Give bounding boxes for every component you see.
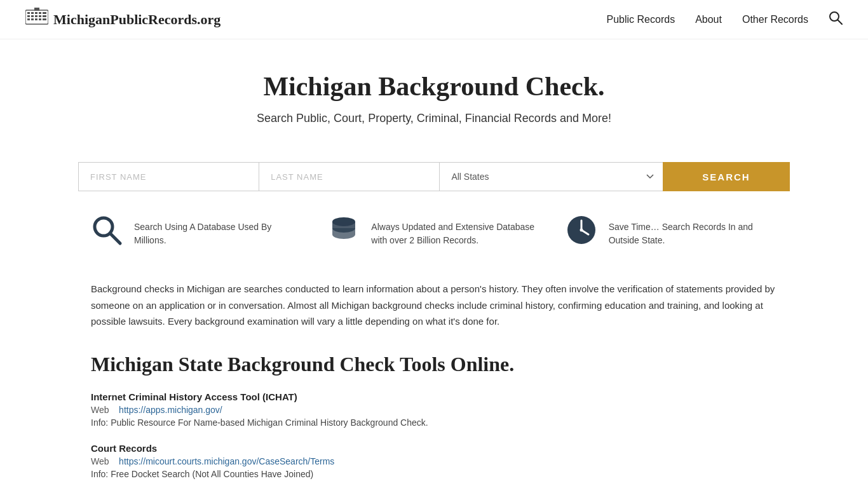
search-bar: All StatesAlabamaAlaskaArizonaArkansasCa…	[78, 162, 790, 191]
svg-rect-16	[34, 8, 39, 11]
svg-rect-6	[27, 15, 30, 17]
svg-point-25	[580, 229, 583, 232]
tool-court-link[interactable]: https://micourt.courts.michigan.gov/Case…	[119, 456, 334, 466]
tool-court-name: Court Records	[91, 443, 777, 454]
first-name-input[interactable]	[78, 162, 259, 191]
logo-text: MichiganPublicRecords.org	[53, 11, 220, 28]
svg-rect-3	[35, 12, 37, 14]
tool-court-records: Court Records Web https://micourt.courts…	[91, 443, 777, 479]
svg-rect-1	[27, 12, 30, 14]
logo-icon	[25, 8, 48, 31]
svg-line-20	[110, 233, 120, 243]
tool-ichat-link[interactable]: https://apps.michigan.gov/	[119, 405, 222, 415]
svg-rect-9	[39, 15, 41, 17]
feature-database-text: Always Updated and Extensive Database wi…	[371, 220, 539, 247]
nav-about[interactable]: About	[695, 14, 722, 25]
page-title: Michigan Background Check.	[25, 71, 843, 102]
state-select[interactable]: All StatesAlabamaAlaskaArizonaArkansasCa…	[440, 162, 663, 191]
svg-rect-10	[43, 15, 46, 17]
tool-ichat-info: Info: Public Resource For Name-based Mic…	[91, 417, 777, 428]
feature-clock: Save Time… Search Records In and Outside…	[553, 214, 790, 253]
nav-search-icon[interactable]	[829, 11, 843, 29]
main-content: Background checks in Michigan are search…	[78, 281, 790, 488]
tool-ichat: Internet Criminal History Access Tool (I…	[91, 391, 777, 428]
hero-section: Michigan Background Check. Search Public…	[0, 39, 868, 144]
tool-court-web: Web https://micourt.courts.michigan.gov/…	[91, 456, 777, 466]
section-title: Michigan State Background Check Tools On…	[91, 353, 777, 376]
feature-search: Search Using A Database Used By Millions…	[78, 214, 315, 253]
feature-search-text: Search Using A Database Used By Millions…	[134, 220, 302, 247]
site-logo[interactable]: MichiganPublicRecords.org	[25, 8, 220, 31]
svg-rect-15	[43, 18, 46, 20]
tool-ichat-web: Web https://apps.michigan.gov/	[91, 405, 777, 415]
hero-subtitle: Search Public, Court, Property, Criminal…	[25, 112, 843, 125]
tool-ichat-name: Internet Criminal History Access Tool (I…	[91, 391, 777, 402]
svg-rect-4	[39, 12, 41, 14]
search-button[interactable]: SEARCH	[663, 162, 790, 191]
nav-links: Public Records About Other Records	[607, 11, 843, 29]
feature-clock-text: Save Time… Search Records In and Outside…	[609, 220, 777, 247]
svg-rect-8	[35, 15, 37, 17]
svg-rect-5	[43, 12, 46, 14]
intro-paragraph: Background checks in Michigan are search…	[91, 281, 777, 330]
svg-rect-7	[31, 15, 34, 17]
feature-database: Always Updated and Extensive Database wi…	[315, 214, 552, 253]
nav-other-records[interactable]: Other Records	[742, 14, 808, 25]
nav-public-records[interactable]: Public Records	[607, 14, 675, 25]
svg-rect-14	[39, 18, 41, 20]
tool-court-info: Info: Free Docket Search (Not All Counti…	[91, 469, 777, 479]
svg-line-18	[838, 20, 843, 24]
svg-rect-2	[31, 12, 34, 14]
svg-rect-11	[27, 18, 30, 20]
svg-rect-12	[31, 18, 34, 20]
features-section: Search Using A Database Used By Millions…	[78, 214, 790, 266]
last-name-input[interactable]	[259, 162, 440, 191]
database-icon	[328, 214, 360, 253]
navbar: MichiganPublicRecords.org Public Records…	[0, 0, 868, 39]
search-magnify-icon	[91, 214, 123, 253]
svg-rect-13	[35, 18, 37, 20]
clock-icon	[566, 214, 597, 253]
